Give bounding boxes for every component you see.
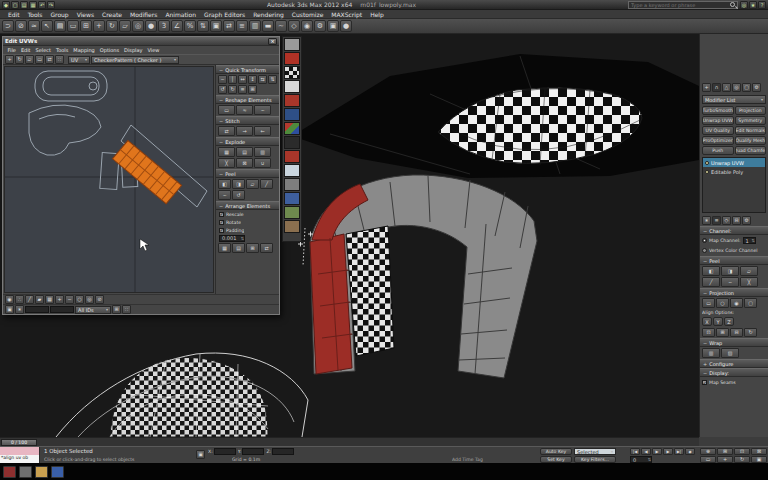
linear-align-v-icon[interactable]: ↕: [248, 75, 257, 84]
align-axis-button[interactable]: Y: [713, 317, 723, 326]
stitch-custom-icon[interactable]: ⇄: [218, 126, 235, 136]
new-scene-icon[interactable]: ▢: [11, 1, 19, 9]
rollout-peel-uvw[interactable]: Peel: [216, 169, 279, 178]
texture-thumb[interactable]: [284, 192, 300, 205]
planar-map-icon[interactable]: ▭: [702, 298, 715, 308]
help-icon[interactable]: ?: [758, 1, 766, 9]
snaps-toggle-icon[interactable]: 3: [158, 20, 170, 32]
fit-align-icon[interactable]: ⊞: [716, 328, 729, 337]
uvw-menu-item[interactable]: Tools: [54, 47, 71, 53]
modifier-set-button[interactable]: Push: [702, 146, 734, 155]
rendered-frame-icon[interactable]: ▣: [327, 20, 339, 32]
texture-thumb[interactable]: [284, 164, 300, 177]
current-frame-field[interactable]: 0: [630, 456, 652, 463]
texture-thumb[interactable]: [284, 80, 300, 93]
taskbar-folder-icon[interactable]: [35, 466, 48, 478]
key-mode-toggle-icon[interactable]: ◆: [685, 448, 695, 455]
rollout-arrange-elements[interactable]: Arrange Elements: [216, 201, 279, 210]
rollout-stitch[interactable]: Stitch: [216, 116, 279, 125]
lock-selection-icon[interactable]: ▣: [5, 305, 14, 314]
graphite-ribbon-icon[interactable]: ▬: [262, 20, 274, 32]
texture-checker-dropdown[interactable]: CheckerPattern ( Checker ): [91, 56, 179, 64]
uvw-menu-item[interactable]: Mapping: [71, 47, 97, 53]
modifier-set-button[interactable]: ProOptimizer: [702, 136, 734, 145]
modifier-enabled-icon[interactable]: [705, 170, 709, 174]
layer-manager-icon[interactable]: ▥: [249, 20, 261, 32]
convert-edge-to-seam-icon[interactable]: ╳: [740, 277, 758, 287]
maximize-viewport-icon[interactable]: ▣: [751, 456, 767, 463]
rotate-uv-icon[interactable]: ↻: [15, 55, 24, 64]
mirror-uv-icon[interactable]: ⇄: [45, 55, 54, 64]
modifier-list-dropdown[interactable]: Modifier List: [702, 95, 766, 104]
mirror-icon[interactable]: ⇄: [223, 20, 235, 32]
search-input[interactable]: [631, 2, 728, 8]
best-align-icon[interactable]: ⊡: [702, 328, 715, 337]
texture-thumb[interactable]: [284, 52, 300, 65]
uvw-menu-item[interactable]: View: [145, 47, 162, 53]
select-by-name-icon[interactable]: ▤: [54, 20, 66, 32]
texture-thumb[interactable]: [284, 108, 300, 121]
show-end-result-icon[interactable]: ≡: [712, 216, 721, 225]
remove-modifier-icon[interactable]: ⊟: [732, 216, 741, 225]
wrap-u-icon[interactable]: ▥: [702, 348, 720, 358]
texture-thumb[interactable]: [284, 94, 300, 107]
modifier-set-button[interactable]: Unwrap UVW: [702, 116, 734, 125]
modifier-enabled-icon[interactable]: [705, 161, 709, 165]
peel-mode-icon[interactable]: ◨: [232, 179, 245, 189]
stack-item-editable-poly[interactable]: Editable Poly: [703, 167, 765, 176]
menu-item[interactable]: Animation: [161, 11, 200, 18]
point-to-point-seam-icon[interactable]: ~: [721, 277, 739, 287]
auto-key-button[interactable]: Auto Key: [540, 448, 572, 455]
uv-editor-canvas[interactable]: [4, 66, 214, 293]
peel-mode-icon[interactable]: ◨: [721, 266, 739, 276]
rollout-display[interactable]: Display:: [700, 368, 768, 377]
tab-utilities[interactable]: ⚙: [752, 83, 761, 92]
show-grid-icon[interactable]: ⊞: [112, 305, 121, 314]
texture-thumb[interactable]: [284, 66, 300, 79]
material-id-filter-dropdown[interactable]: All IDs: [75, 306, 111, 314]
next-frame-icon[interactable]: ▶: [663, 448, 673, 455]
edge-mode-icon[interactable]: ╱: [25, 295, 34, 304]
rollout-projection[interactable]: Projection: [700, 288, 768, 297]
uvw-menu-item[interactable]: Options: [97, 47, 121, 53]
flatten-by-smoothing-icon[interactable]: ▦: [218, 147, 235, 157]
infocenter-search-box[interactable]: [628, 1, 738, 9]
map-channel-radio[interactable]: [702, 238, 707, 243]
taskbar-app-blue-icon[interactable]: [51, 466, 64, 478]
menu-item[interactable]: MAXScript: [327, 11, 366, 18]
flatten-custom-icon[interactable]: ▥: [254, 147, 271, 157]
quick-peel-icon[interactable]: ◧: [702, 266, 720, 276]
tab-create[interactable]: +: [702, 83, 711, 92]
listener-input-line[interactable]: *align uv ob: [0, 455, 39, 463]
select-and-move-icon[interactable]: +: [93, 20, 105, 32]
zoom-region-icon[interactable]: ▭: [700, 456, 716, 463]
close-icon[interactable]: ×: [268, 38, 277, 45]
menu-item[interactable]: Tools: [24, 11, 47, 18]
snap-uv-icon[interactable]: ∷: [55, 55, 64, 64]
align-axis-button[interactable]: Z: [724, 317, 734, 326]
rollout-peel[interactable]: Peel: [700, 256, 768, 265]
uv-channel-dropdown[interactable]: UV: [68, 56, 90, 64]
center-align-icon[interactable]: ⊟: [730, 328, 743, 337]
open-file-icon[interactable]: ▤: [20, 1, 28, 9]
soft-selection-icon[interactable]: ◉: [5, 295, 14, 304]
snap-settings-icon[interactable]: ∷: [122, 305, 131, 314]
vertex-mode-icon[interactable]: ∴: [15, 295, 24, 304]
use-pivot-center-icon[interactable]: ◎: [132, 20, 144, 32]
undo-icon[interactable]: ↶: [38, 1, 46, 9]
pan-view-icon[interactable]: +: [717, 456, 733, 463]
percent-snap-icon[interactable]: %: [184, 20, 196, 32]
taskbar-app-red-icon[interactable]: [3, 466, 16, 478]
uvw-menu-item[interactable]: Select: [33, 47, 53, 53]
u-coordinate-field[interactable]: [25, 306, 49, 313]
align-horizontal-icon[interactable]: ─: [218, 75, 227, 84]
spinner-snap-icon[interactable]: ⇅: [197, 20, 209, 32]
unlink-selection-icon[interactable]: ⊘: [15, 20, 27, 32]
favorites-icon[interactable]: ★: [749, 1, 757, 9]
uvw-menu-item[interactable]: Display: [122, 47, 145, 53]
coordinate-field[interactable]: [214, 448, 236, 455]
cylindrical-map-icon[interactable]: ○: [716, 298, 729, 308]
loop-selection-icon[interactable]: ○: [75, 295, 84, 304]
modifier-set-button[interactable]: Quad Chamfer: [735, 146, 767, 155]
filter-pin-icon[interactable]: ∗: [15, 305, 24, 314]
